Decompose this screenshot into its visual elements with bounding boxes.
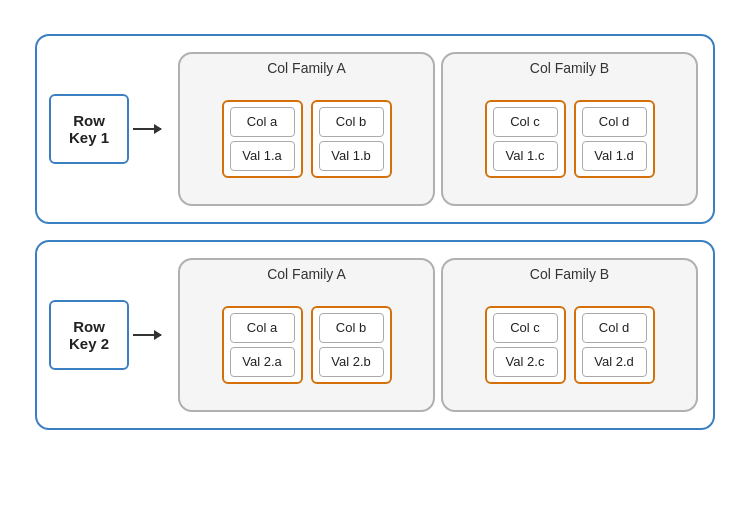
val-cell-2-1-2: Val 2.b	[319, 347, 384, 377]
val-cell-2-2-2: Val 2.d	[582, 347, 647, 377]
col-cell-2-1-1: Col a	[230, 313, 295, 343]
col-cell-2-2-2: Col d	[582, 313, 647, 343]
arrow-1	[133, 128, 161, 130]
col-group-1-1-1: Col aVal 1.a	[222, 100, 303, 178]
family-cols-2-2: Col cVal 2.cCol dVal 2.d	[451, 286, 688, 404]
val-cell-1-1-2: Val 1.b	[319, 141, 384, 171]
val-cell-2-1-1: Val 2.a	[230, 347, 295, 377]
family-1-1: Col Family ACol aVal 1.aCol bVal 1.b	[178, 52, 435, 206]
row-key-2: Row Key 2	[49, 300, 129, 370]
family-label-1-1: Col Family A	[188, 60, 425, 76]
row-key-1: Row Key 1	[49, 94, 129, 164]
family-cols-1-2: Col cVal 1.cCol dVal 1.d	[451, 80, 688, 198]
col-group-2-2-2: Col dVal 2.d	[574, 306, 655, 384]
families-area-2: Col Family ACol aVal 2.aCol bVal 2.bCol …	[175, 258, 701, 412]
families-area-1: Col Family ACol aVal 1.aCol bVal 1.bCol …	[175, 52, 701, 206]
family-1-2: Col Family BCol cVal 1.cCol dVal 1.d	[441, 52, 698, 206]
family-label-2-1: Col Family A	[188, 266, 425, 282]
col-cell-1-1-1: Col a	[230, 107, 295, 137]
diagram: Row Key 1Col Family ACol aVal 1.aCol bVa…	[15, 14, 735, 494]
row-container-1: Row Key 1Col Family ACol aVal 1.aCol bVa…	[35, 34, 715, 224]
row-container-2: Row Key 2Col Family ACol aVal 2.aCol bVa…	[35, 240, 715, 430]
col-group-2-2-1: Col cVal 2.c	[485, 306, 566, 384]
family-label-1-2: Col Family B	[451, 60, 688, 76]
col-group-1-1-2: Col bVal 1.b	[311, 100, 392, 178]
family-2-2: Col Family BCol cVal 2.cCol dVal 2.d	[441, 258, 698, 412]
col-cell-1-2-1: Col c	[493, 107, 558, 137]
val-cell-1-2-1: Val 1.c	[493, 141, 558, 171]
col-group-1-2-1: Col cVal 1.c	[485, 100, 566, 178]
family-cols-2-1: Col aVal 2.aCol bVal 2.b	[188, 286, 425, 404]
arrow-2	[133, 334, 161, 336]
val-cell-1-2-2: Val 1.d	[582, 141, 647, 171]
row-key-area-2: Row Key 2	[49, 300, 169, 370]
col-group-2-1-1: Col aVal 2.a	[222, 306, 303, 384]
family-label-2-2: Col Family B	[451, 266, 688, 282]
val-cell-1-1-1: Val 1.a	[230, 141, 295, 171]
col-cell-1-2-2: Col d	[582, 107, 647, 137]
row-key-area-1: Row Key 1	[49, 94, 169, 164]
family-cols-1-1: Col aVal 1.aCol bVal 1.b	[188, 80, 425, 198]
col-cell-2-1-2: Col b	[319, 313, 384, 343]
arrow-line-1	[133, 128, 161, 130]
col-group-2-1-2: Col bVal 2.b	[311, 306, 392, 384]
col-group-1-2-2: Col dVal 1.d	[574, 100, 655, 178]
col-cell-2-2-1: Col c	[493, 313, 558, 343]
arrow-line-2	[133, 334, 161, 336]
val-cell-2-2-1: Val 2.c	[493, 347, 558, 377]
col-cell-1-1-2: Col b	[319, 107, 384, 137]
family-2-1: Col Family ACol aVal 2.aCol bVal 2.b	[178, 258, 435, 412]
